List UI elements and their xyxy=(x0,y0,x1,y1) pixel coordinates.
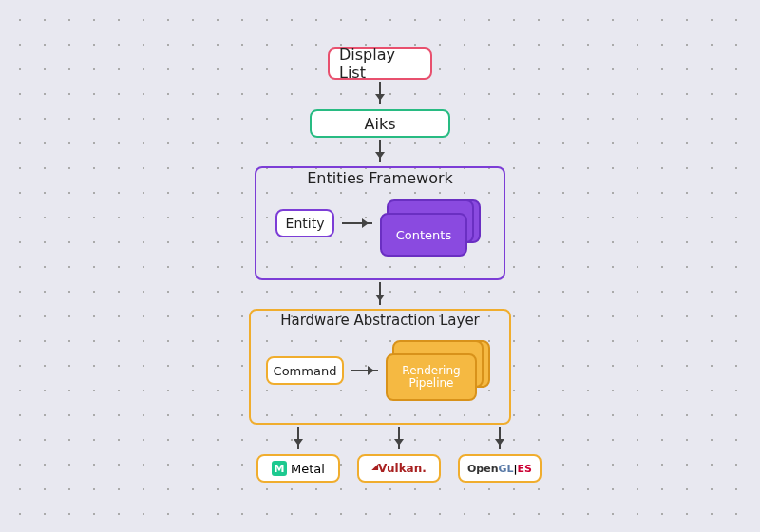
entity-node: Entity xyxy=(276,209,334,238)
opengl-es-backend: OpenGL|ES xyxy=(458,454,542,483)
entity-label: Entity xyxy=(286,216,325,231)
opengl-es-label: OpenGL|ES xyxy=(467,463,532,475)
metal-label: Metal xyxy=(291,462,325,476)
arrow-aiks-to-entities xyxy=(379,140,381,162)
arrow-hal-to-opengl xyxy=(499,427,501,449)
command-node: Command xyxy=(266,356,344,385)
display-list-node: Display List xyxy=(328,48,432,80)
arrow-hal-to-metal xyxy=(297,427,299,449)
pipeline-label: Pipeline xyxy=(409,377,454,390)
contents-label: Contents xyxy=(396,228,451,242)
aiks-label: Aiks xyxy=(365,115,396,133)
entities-framework-title: Entities Framework xyxy=(255,169,505,187)
metal-icon: M xyxy=(272,461,287,476)
pipeline-card-front: Rendering Pipeline xyxy=(386,353,477,401)
aiks-node: Aiks xyxy=(310,109,450,138)
arrow-hal-to-vulkan xyxy=(398,427,400,449)
display-list-label: Display List xyxy=(339,46,421,82)
vulkan-backend: ◢Vulkan. xyxy=(357,454,441,483)
diagram-canvas: Display List Aiks Entities Framework Ent… xyxy=(171,0,589,532)
contents-card-front: Contents xyxy=(380,213,467,256)
arrow-entities-to-hal xyxy=(379,282,381,305)
arrow-command-to-pipeline xyxy=(352,370,378,371)
metal-backend: M Metal xyxy=(256,454,340,483)
command-label: Command xyxy=(274,364,337,378)
arrow-displaylist-to-aiks xyxy=(379,82,381,104)
vulkan-label: ◢Vulkan. xyxy=(371,462,427,475)
hal-title: Hardware Abstraction Layer xyxy=(249,312,511,329)
arrow-entity-to-contents xyxy=(342,222,372,224)
